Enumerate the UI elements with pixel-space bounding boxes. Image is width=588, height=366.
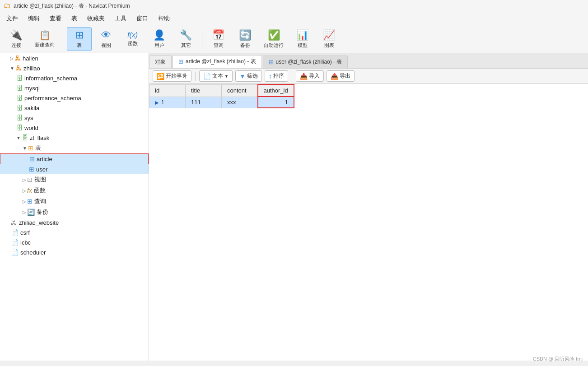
sidebar-item-views-folder[interactable]: ▷ ⊡ 视图 [0, 174, 149, 185]
title-text: article @zl_flask (zhiliao) - 表 - Navica… [14, 2, 130, 10]
model-label: 模型 [298, 42, 308, 49]
sidebar-item-icbc[interactable]: 📄 icbc [0, 237, 149, 247]
conn-zhiliao-icon: 🖧 [15, 65, 22, 72]
tab-user-label: user @zl_flask (zhiliao) - 表 [276, 58, 342, 66]
main-layout: ▷ 🖧 hallen ▼ 🖧 zhiliao 🗄 information_sch… [0, 53, 588, 361]
sidebar-item-user-table[interactable]: ⊞ user [0, 164, 149, 174]
expand-zhiliao: ▼ [10, 66, 14, 71]
begin-transaction-icon: 🔁 [157, 73, 164, 80]
sidebar-item-information-schema[interactable]: 🗄 information_schema [0, 73, 149, 83]
db-sakila-icon: 🗄 [16, 104, 23, 111]
toolbar-chart[interactable]: 📈 图表 [317, 28, 341, 51]
cell-row1-author-id[interactable]: 1 [258, 97, 294, 108]
toolbar2-sep-1 [195, 72, 196, 81]
toolbar-autorun[interactable]: ✅ 自动运行 [259, 28, 288, 51]
sidebar-label-information-schema: information_schema [24, 75, 77, 82]
db-zl-flask-icon: 🗄 [22, 134, 28, 141]
toolbar-new-query[interactable]: 📋 新建查询 [30, 28, 59, 50]
sidebar-item-article[interactable]: ⊞ article [0, 153, 149, 164]
col-header-author-id[interactable]: author_id [258, 84, 294, 97]
table-header-row: id title content author_id [149, 84, 294, 97]
sidebar-label-mysql: mysql [24, 85, 40, 92]
autorun-icon-tb: ✅ [268, 29, 280, 41]
sort-label: 排序 [273, 72, 284, 80]
db-sys-icon: 🗄 [16, 114, 23, 121]
import-btn[interactable]: 📥 导入 [296, 70, 324, 82]
sidebar-item-sys[interactable]: 🗄 sys [0, 113, 149, 123]
sidebar-label-functions: 函数 [34, 186, 46, 195]
export-btn[interactable]: 📤 导出 [327, 70, 355, 82]
sidebar-label-backup: 备份 [37, 208, 48, 216]
toolbar-function[interactable]: f(x) 函数 [120, 29, 145, 49]
sidebar-item-csrf[interactable]: 📄 csrf [0, 227, 149, 237]
menu-window[interactable]: 窗口 [132, 13, 153, 24]
sidebar-item-zhiliao-website[interactable]: 🖧 zhiliao_website [0, 218, 149, 227]
toolbar-query[interactable]: 📅 查询 [206, 28, 231, 51]
cell-row1-title[interactable]: 111 [186, 97, 222, 108]
sidebar-label-icbc: icbc [20, 239, 31, 246]
toolbar-backup[interactable]: 🔄 备份 [233, 28, 257, 51]
sidebar-item-tables-folder[interactable]: ▼ ⊞ 表 [0, 143, 149, 153]
conn-csrf-icon: 📄 [11, 229, 19, 236]
toolbar-model[interactable]: 📊 模型 [290, 28, 315, 51]
user-table-icon: ⊞ [29, 166, 34, 173]
sidebar-item-zhiliao[interactable]: ▼ 🖧 zhiliao [0, 63, 149, 73]
sidebar-label-world: world [24, 125, 38, 131]
text-btn[interactable]: 📄 文本 ▼ [199, 70, 233, 82]
begin-transaction-btn[interactable]: 🔁 开始事务 [153, 70, 191, 82]
toolbar-table[interactable]: ⊞ 表 [67, 27, 92, 51]
filter-icon: ▼ [239, 73, 246, 80]
expand-views: ▷ [23, 177, 26, 182]
sidebar-item-scheduler[interactable]: 📄 scheduler [0, 247, 149, 257]
toolbar-other[interactable]: 🔧 其它 [173, 28, 198, 51]
sidebar-item-zl-flask[interactable]: ▼ 🗄 zl_flask [0, 133, 149, 143]
sidebar-item-performance-schema[interactable]: 🗄 performance_schema [0, 93, 149, 103]
expand-zl-flask: ▼ [16, 135, 21, 140]
sidebar-label-views: 视图 [34, 176, 46, 184]
data-table: id title content author_id [149, 84, 294, 108]
new-query-label: 新建查询 [35, 42, 55, 48]
filter-btn[interactable]: ▼ 筛选 [235, 70, 262, 82]
menu-view[interactable]: 查看 [45, 13, 66, 24]
toolbar-user[interactable]: 👤 用户 [147, 28, 172, 51]
tab-user[interactable]: ⊞ user @zl_flask (zhiliao) - 表 [263, 56, 348, 68]
table-icon-tb: ⊞ [75, 29, 84, 41]
menu-edit[interactable]: 编辑 [23, 13, 44, 24]
toolbar-view[interactable]: 👁 视图 [93, 28, 118, 51]
text-label: 文本 [212, 72, 223, 80]
col-header-id[interactable]: id [149, 84, 186, 97]
menu-favorites[interactable]: 收藏夹 [83, 13, 109, 24]
sidebar-item-hallen[interactable]: ▷ 🖧 hallen [0, 53, 149, 63]
menu-file[interactable]: 文件 [2, 13, 23, 24]
col-header-title[interactable]: title [186, 84, 222, 97]
tab-article[interactable]: ⊞ article @zl_flask (zhiliao) - 表 [173, 55, 262, 68]
cell-row1-content[interactable]: xxx [222, 97, 258, 108]
sidebar-item-sakila[interactable]: 🗄 sakila [0, 103, 149, 113]
sidebar-label-article: article [37, 156, 52, 162]
menu-table[interactable]: 表 [67, 13, 82, 24]
sidebar-label-sys: sys [24, 115, 33, 121]
tab-object[interactable]: 对象 [149, 56, 172, 68]
sidebar-item-backup-folder[interactable]: ▷ 🔄 备份 [0, 207, 149, 218]
sidebar-item-queries-folder[interactable]: ▷ ⊞ 查询 [0, 196, 149, 207]
user-icon-tb: 👤 [153, 29, 165, 41]
sidebar-item-functions-folder[interactable]: ▷ fx 函数 [0, 185, 149, 196]
view-icon-tb: 👁 [101, 29, 111, 41]
col-header-content[interactable]: content [222, 84, 258, 97]
other-icon-tb: 🔧 [180, 29, 192, 41]
db-info-icon: 🗄 [16, 74, 23, 82]
row-arrow: ▶ [155, 100, 159, 105]
sidebar-label-user-table: user [36, 166, 47, 173]
menu-help[interactable]: 帮助 [154, 13, 174, 24]
menu-tools[interactable]: 工具 [110, 13, 131, 24]
db-mysql-icon: 🗄 [16, 84, 23, 92]
toolbar2-sep-2 [292, 72, 292, 81]
connect-icon: 🔌 [10, 29, 22, 41]
sidebar-item-mysql[interactable]: 🗄 mysql [0, 83, 149, 93]
table-row: ▶ 1 111 xxx 1 [149, 97, 294, 108]
sort-btn[interactable]: ↕ 排序 [265, 70, 288, 82]
sidebar-item-world[interactable]: 🗄 world [0, 123, 149, 133]
cell-row1-id[interactable]: ▶ 1 [149, 97, 186, 108]
function-label: 函数 [128, 40, 138, 47]
toolbar-connect[interactable]: 🔌 连接 [4, 28, 28, 51]
